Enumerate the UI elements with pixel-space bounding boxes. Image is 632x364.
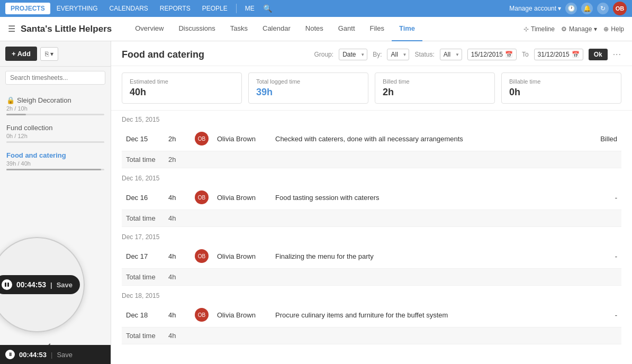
- avatar: OB: [195, 249, 209, 263]
- top-nav-right: Manage account ▾ 🕐 🔔 ↻ OB: [509, 2, 627, 15]
- from-date-field: 15/12/2015 📅: [467, 49, 517, 60]
- tab-time[interactable]: Time: [392, 17, 422, 41]
- group-filter-wrap: Date: [339, 49, 367, 60]
- status-bar: 00:44:53 | Save: [0, 345, 111, 364]
- progress-fill: [6, 169, 101, 170]
- ok-button[interactable]: Ok: [589, 49, 608, 60]
- progress-bar: [6, 169, 104, 170]
- sidebar-items: 🔒 Sleigh Decoration 2h / 10h Fund collec…: [0, 89, 111, 178]
- lock-icon: 🔒: [6, 96, 15, 104]
- timeline-button[interactable]: ⊹ Timeline: [523, 25, 555, 33]
- progress-fill: [6, 114, 26, 115]
- content-area: Food and catering Group: Date By: All St…: [111, 41, 632, 364]
- avatar: OB: [195, 190, 209, 204]
- tab-gantt[interactable]: Gantt: [331, 17, 363, 41]
- to-date-field: 31/12/2015 📅: [534, 49, 583, 60]
- manage-icon: ⚙: [561, 25, 567, 33]
- tab-discussions[interactable]: Discussions: [171, 17, 222, 41]
- nav-item-calendars[interactable]: CALENDARS: [104, 3, 153, 14]
- status-select[interactable]: All: [440, 49, 462, 60]
- day-header-2: Dec 17, 2015: [122, 228, 621, 244]
- help-button[interactable]: ⊕ Help: [603, 25, 624, 33]
- avatar[interactable]: OB: [613, 2, 627, 15]
- total-row: Total time 2h: [122, 151, 621, 168]
- calendar-icon-to[interactable]: 📅: [572, 51, 580, 58]
- table-row[interactable]: Dec 16 4h OB Olivia Brown Food tasting s…: [122, 185, 621, 210]
- group-select[interactable]: Date: [339, 49, 367, 60]
- hamburger-icon[interactable]: ☰: [8, 24, 15, 34]
- content-title: Food and catering: [122, 49, 204, 60]
- table-row[interactable]: Dec 18 4h OB Olivia Brown Procure culina…: [122, 303, 621, 327]
- project-tabs: Overview Discussions Tasks Calendar Note…: [128, 17, 523, 41]
- tab-notes[interactable]: Notes: [298, 17, 331, 41]
- sidebar-header: + Add ⎘ ▾: [0, 41, 111, 67]
- tab-tasks[interactable]: Tasks: [223, 17, 255, 41]
- timer-time: 00:44:53: [16, 280, 46, 289]
- content-header: Food and catering Group: Date By: All St…: [111, 41, 632, 66]
- tab-overview[interactable]: Overview: [128, 17, 171, 41]
- search-input[interactable]: [5, 71, 105, 85]
- calendar-icon[interactable]: 📅: [505, 51, 513, 58]
- top-nav: PROJECTS EVERYTHING CALENDARS REPORTS PE…: [0, 0, 632, 17]
- project-title: Santa's Little Helpers: [21, 24, 112, 34]
- sidebar-item-fund[interactable]: Fund collection 0h / 12h: [0, 120, 111, 147]
- nav-item-people[interactable]: PEOPLE: [197, 3, 233, 14]
- manage-account[interactable]: Manage account ▾: [509, 5, 561, 12]
- entry-table-3: Dec 18 4h OB Olivia Brown Procure culina…: [122, 303, 621, 344]
- export-button[interactable]: ⎘ ▾: [40, 47, 58, 61]
- nav-item-reports[interactable]: REPORTS: [155, 3, 196, 14]
- help-icon: ⊕: [603, 25, 609, 33]
- manage-button[interactable]: ⚙ Manage ▾: [561, 25, 597, 33]
- chevron-down-icon: ▾: [558, 5, 561, 12]
- pause-button[interactable]: [2, 279, 12, 290]
- chevron-down-icon: ▾: [50, 50, 53, 58]
- add-button[interactable]: + Add: [5, 47, 37, 61]
- entries-section: Dec 15, 2015 Dec 15 2h OB Olivia Brown C…: [111, 111, 632, 344]
- timer-circle: 00:44:53 | Save: [0, 237, 85, 332]
- clock-icon[interactable]: 🕐: [565, 3, 577, 14]
- entry-table-1: Dec 16 4h OB Olivia Brown Food tasting s…: [122, 185, 621, 227]
- refresh-icon[interactable]: ↻: [597, 3, 609, 14]
- progress-bar: [6, 114, 104, 115]
- filter-row: Group: Date By: All Status: All: [314, 49, 621, 60]
- avatar: OB: [195, 308, 209, 322]
- day-header-1: Dec 16, 2015: [122, 169, 621, 185]
- by-select[interactable]: All: [387, 49, 409, 60]
- stat-card-logged: Total logged time 39h: [248, 72, 368, 104]
- second-nav: ☰ Santa's Little Helpers Overview Discus…: [0, 17, 632, 41]
- search-timesheets-area: [0, 67, 111, 89]
- stats-row: Estimated time 40h Total logged time 39h…: [111, 66, 632, 111]
- nav-item-everything[interactable]: EVERYTHING: [51, 3, 103, 14]
- tab-calendar[interactable]: Calendar: [255, 17, 298, 41]
- second-nav-right: ⊹ Timeline ⚙ Manage ▾ ⊕ Help: [523, 25, 624, 33]
- avatar: OB: [195, 132, 209, 145]
- total-row: Total time 4h: [122, 269, 621, 286]
- sidebar-item-sleigh[interactable]: 🔒 Sleigh Decoration 2h / 10h: [0, 92, 111, 120]
- status-bar-save[interactable]: Save: [57, 351, 73, 359]
- progress-bar: [6, 141, 104, 143]
- day-header-3: Dec 18, 2015: [122, 287, 621, 303]
- nav-divider: [236, 4, 237, 13]
- stat-card-estimated: Estimated time 40h: [122, 72, 242, 104]
- table-row[interactable]: Dec 15 2h OB Olivia Brown Checked with c…: [122, 126, 621, 151]
- total-row: Total time 4h: [122, 210, 621, 227]
- entry-table-0: Dec 15 2h OB Olivia Brown Checked with c…: [122, 126, 621, 168]
- search-icon[interactable]: 🔍: [263, 4, 272, 13]
- timer-save-label[interactable]: Save: [57, 281, 73, 289]
- total-row: Total time 4h: [122, 327, 621, 344]
- tab-files[interactable]: Files: [363, 17, 392, 41]
- sidebar-item-food[interactable]: Food and catering 39h / 40h: [0, 147, 111, 175]
- more-options-button[interactable]: ···: [613, 50, 621, 59]
- status-bar-pause[interactable]: [5, 350, 15, 359]
- pause-icon: [5, 283, 9, 287]
- bell-icon[interactable]: 🔔: [581, 3, 593, 14]
- chevron-down-icon: ▾: [594, 25, 597, 33]
- table-row[interactable]: Dec 17 4h OB Olivia Brown Finalizing the…: [122, 244, 621, 269]
- nav-item-me[interactable]: ME: [240, 3, 260, 14]
- day-header-0: Dec 15, 2015: [122, 111, 621, 126]
- stat-card-billable: Billable time 0h: [501, 72, 621, 104]
- by-filter-wrap: All: [387, 49, 409, 60]
- status-filter-wrap: All: [440, 49, 462, 60]
- status-bar-time: 00:44:53: [19, 351, 47, 359]
- nav-item-projects[interactable]: PROJECTS: [5, 3, 50, 14]
